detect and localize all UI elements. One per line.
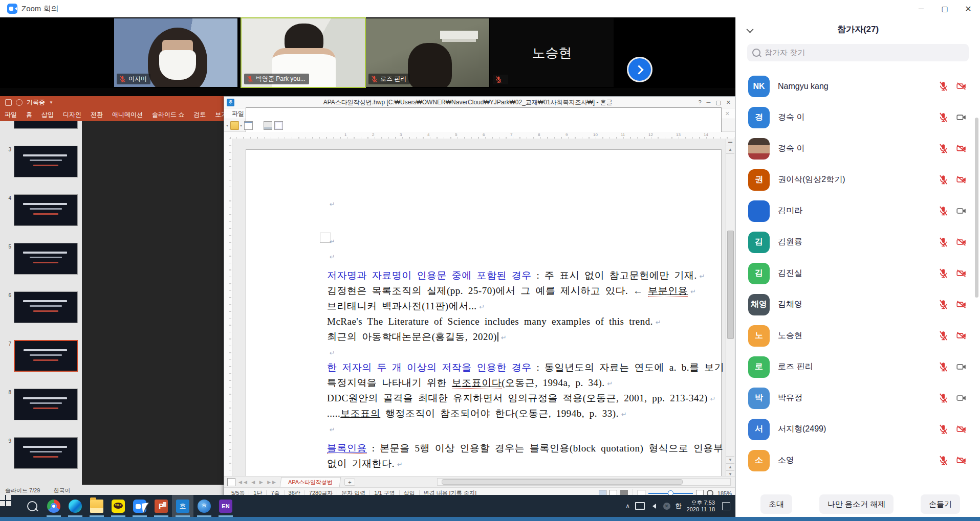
chevron-down-icon[interactable]: ▼ — [49, 100, 53, 105]
camera-off-icon[interactable] — [956, 330, 967, 341]
muted-mic-icon[interactable] — [938, 393, 949, 403]
muted-mic-icon[interactable] — [938, 143, 949, 154]
slide-thumbnail-image[interactable] — [14, 243, 78, 275]
hwp-window-control[interactable]: ✕ — [726, 99, 731, 106]
muted-mic-icon[interactable] — [938, 112, 949, 123]
print-preview-icon[interactable] — [274, 121, 283, 130]
status-x-icon[interactable]: ✕ — [663, 503, 670, 510]
ppt-tab[interactable]: 홈 — [21, 108, 37, 121]
save-icon[interactable] — [5, 99, 12, 106]
participant-row[interactable]: 김 김진실 — [736, 258, 980, 289]
tab-nav-arrows[interactable]: ◀◀ ◀ ▶ ▶▶ — [238, 480, 277, 485]
slide-thumbnail-image[interactable] — [14, 389, 78, 420]
camera-off-icon[interactable] — [956, 174, 967, 185]
slide-thumbnail[interactable]: 5 — [4, 243, 78, 275]
camera-on-icon[interactable] — [956, 206, 967, 216]
ppt-tab[interactable]: 전환 — [86, 108, 107, 121]
horizontal-scrollbar[interactable] — [437, 478, 731, 486]
taskbar-chrome-icon[interactable] — [43, 495, 64, 517]
video-tile[interactable]: 노승현 — [490, 18, 614, 87]
muted-mic-icon[interactable] — [938, 330, 949, 341]
ppt-tab[interactable]: 디자인 — [58, 108, 86, 121]
scroll-split-handle[interactable]: ▬ — [726, 139, 734, 146]
camera-off-icon[interactable] — [956, 237, 967, 247]
open-document-icon[interactable] — [230, 121, 239, 130]
close-icon[interactable]: ✕ — [725, 110, 730, 117]
participant-row[interactable]: 박 박유정 — [736, 382, 980, 414]
participant-row[interactable]: 김 김원룡 — [736, 226, 980, 258]
participant-row[interactable]: 소 소영 — [736, 445, 980, 476]
hidden-icons-chevron[interactable]: ∧ — [625, 503, 629, 509]
save-icon[interactable] — [244, 121, 253, 130]
unmute-me-button[interactable]: 나만 음소거 해제 — [819, 494, 894, 514]
muted-mic-icon[interactable] — [938, 268, 949, 279]
bookmark-icon[interactable] — [227, 478, 235, 486]
slide-thumbnail[interactable]: 9 — [4, 437, 78, 469]
muted-mic-icon[interactable] — [938, 237, 949, 247]
hwp-window-control[interactable]: ? — [698, 99, 701, 105]
muted-mic-icon[interactable] — [938, 361, 949, 372]
camera-off-icon[interactable] — [956, 143, 967, 154]
action-center-icon[interactable] — [722, 502, 730, 510]
ppt-slide-panel[interactable]: 2 3 4 5 6 7 8 9 — [0, 121, 82, 485]
taskbar-kakaotalk-icon[interactable] — [107, 495, 129, 517]
taskbar-powerpoint-icon[interactable]: P — [150, 495, 172, 517]
video-tile[interactable]: 박영준 Park you... — [241, 17, 366, 88]
slide-thumbnail[interactable]: 2 — [4, 121, 78, 129]
collapse-panel-chevron-icon[interactable] — [747, 26, 753, 32]
slide-thumbnail[interactable]: 4 — [4, 194, 78, 226]
muted-mic-icon[interactable] — [938, 174, 949, 185]
slide-thumbnail-image[interactable] — [14, 340, 78, 372]
minimize-button[interactable]: ─ — [909, 1, 933, 17]
participant-row[interactable]: 경 경숙 이 — [736, 102, 980, 133]
video-tile[interactable]: 이지미 — [114, 18, 237, 87]
slide-thumbnail-image[interactable] — [14, 437, 78, 469]
taskbar-explorer-icon[interactable] — [86, 495, 107, 517]
document-text[interactable]: ↵↵↵저자명과 자료명이 인용문 중에 포함된 경우 : 주 표시 없이 참고문… — [327, 196, 725, 471]
ppt-tab[interactable]: 검토 — [189, 108, 210, 121]
muted-mic-icon[interactable] — [938, 206, 949, 216]
camera-off-icon[interactable] — [956, 81, 967, 92]
participant-row[interactable]: 권 권이삭(임상2학기) — [736, 164, 980, 195]
camera-on-icon[interactable] — [956, 361, 967, 372]
camera-off-icon[interactable] — [956, 424, 967, 435]
participant-row[interactable]: 노 노승현 — [736, 320, 980, 351]
slide-thumbnail[interactable]: 7 — [4, 340, 78, 372]
taskbar-hancom-icon[interactable]: 흐 — [193, 495, 215, 517]
document-tab[interactable]: APA스타일작성법 — [280, 477, 341, 487]
slide-thumbnail[interactable]: 6 — [4, 291, 78, 323]
participant-row[interactable]: 김미라 — [736, 195, 980, 226]
print-icon[interactable] — [264, 121, 272, 130]
camera-off-icon[interactable] — [956, 455, 967, 466]
taskbar-hwp-icon[interactable]: 호 — [172, 495, 193, 517]
ppt-tab[interactable]: 보기 — [210, 108, 224, 121]
muted-mic-icon[interactable] — [938, 424, 949, 435]
scrollbar-thumb[interactable] — [727, 231, 734, 339]
ime-indicator[interactable]: 한 — [676, 502, 682, 510]
participant-row[interactable]: 로 로즈 핀리 — [736, 351, 980, 382]
slide-thumbnail-image[interactable] — [14, 146, 78, 177]
muted-mic-icon[interactable] — [938, 81, 949, 92]
muted-mic-icon[interactable] — [938, 455, 949, 466]
participant-row[interactable]: 채영 김채영 — [736, 289, 980, 320]
camera-off-icon[interactable] — [956, 268, 967, 279]
participant-row[interactable]: 서 서지형(2499) — [736, 414, 980, 445]
taskbar-clock[interactable]: 오후 7:53 2020-11-18 — [687, 500, 715, 513]
slide-thumbnail[interactable]: 8 — [4, 389, 78, 420]
slide-thumbnail[interactable]: 3 — [4, 146, 78, 177]
participant-row[interactable]: 경숙 이 — [736, 133, 980, 164]
video-tile[interactable]: 로즈 핀리 — [366, 18, 489, 87]
slide-thumbnail-image[interactable] — [14, 121, 78, 129]
slide-thumbnail-image[interactable] — [14, 291, 78, 323]
camera-on-icon[interactable] — [956, 393, 967, 403]
raise-hand-button[interactable]: 손들기 — [921, 494, 960, 514]
network-icon[interactable] — [635, 502, 645, 510]
participant-search-input[interactable]: 참가자 찾기 — [747, 44, 969, 61]
camera-on-icon[interactable] — [956, 112, 967, 123]
ppt-tab[interactable]: 애니메이션 — [107, 108, 147, 121]
taskbar-start-icon[interactable] — [0, 495, 21, 517]
muted-mic-icon[interactable] — [938, 299, 949, 310]
hscrollbar-thumb[interactable] — [442, 479, 683, 485]
speaker-icon[interactable] — [650, 504, 656, 509]
ppt-tab[interactable]: 파일 — [0, 108, 21, 121]
